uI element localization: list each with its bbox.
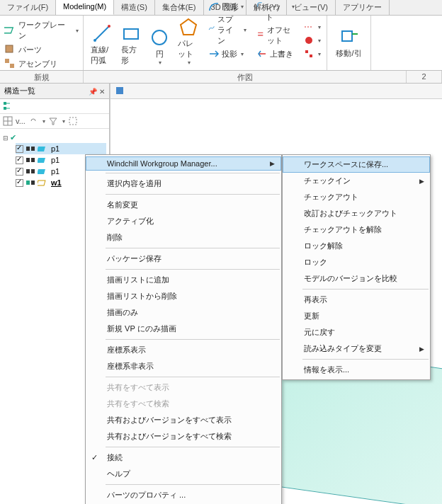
svg-rect-23 <box>38 147 45 151</box>
menu-unlock[interactable]: ロック解除 <box>283 238 430 254</box>
menu-revert[interactable]: 元に戻す <box>283 324 430 340</box>
rectangle-button[interactable]: 長方形 <box>118 22 144 67</box>
parts-icon <box>4 44 16 55</box>
fillet-button[interactable]: フィレット▾ <box>255 0 296 23</box>
menu-new-vp[interactable]: 新規 VP にのみ描画 <box>86 321 281 337</box>
svg-rect-26 <box>38 158 45 163</box>
spline-button[interactable]: スプライン▾ <box>207 13 248 47</box>
workplane-button[interactable]: ワークプレーン▾ <box>4 18 79 42</box>
tree-view-icon[interactable] <box>3 101 13 111</box>
menu-show-info[interactable]: 情報を表示... <box>283 362 430 378</box>
context-submenu: ワークスペースに保存... チェックイン▶ チェックアウト 改訂およびチェックア… <box>282 154 431 380</box>
menu-separator <box>302 289 429 290</box>
tree-item[interactable]: p1 <box>16 143 106 154</box>
close-icon[interactable]: ✕ <box>99 88 105 96</box>
panel-title-bar: 構造一覧 📌 ✕ <box>0 84 109 99</box>
menu-separator <box>106 173 280 173</box>
menu-part-props[interactable]: パーツのプロパティ ... <box>86 487 281 503</box>
color-button[interactable]: ▾ <box>302 34 322 47</box>
select-icon[interactable] <box>68 116 78 126</box>
menu-rev-checkout[interactable]: 改訂およびチェックアウト <box>283 205 430 222</box>
pin-icon[interactable]: 📌 <box>89 88 97 96</box>
offset-button[interactable]: オフセット <box>255 24 296 47</box>
menu-refresh[interactable]: 更新 <box>283 308 430 324</box>
assembly-label: アセンブリ <box>18 59 57 69</box>
menu-change-load[interactable]: 読み込みタイプを変更▶ <box>283 340 430 357</box>
menu-show-cs[interactable]: 座標系表示 <box>86 342 281 358</box>
arc-icon <box>208 1 220 12</box>
assembly-button[interactable]: アセンブリ <box>4 57 79 71</box>
menu-help[interactable]: ヘルプ <box>86 466 281 482</box>
fillet-icon <box>256 1 263 13</box>
menu-add-draw[interactable]: 描画リストに追加 <box>86 272 281 288</box>
tab-app[interactable]: アプリケー <box>336 0 390 15</box>
view-dd[interactable]: v... <box>16 117 26 125</box>
menu-connect[interactable]: ✓接続 <box>86 449 281 466</box>
menu-package-save[interactable]: パッケージ保存 <box>86 251 281 267</box>
tab-assembly[interactable]: 集合体(E) <box>155 0 204 15</box>
overwrite-button[interactable]: 上書き <box>255 47 296 60</box>
grid-icon[interactable] <box>3 116 13 126</box>
part-icon <box>38 166 47 176</box>
checkbox[interactable] <box>16 145 23 153</box>
filter-icon[interactable] <box>48 116 58 126</box>
assembly-icon <box>4 58 16 69</box>
collapse-icon[interactable]: ⊟ <box>3 134 8 142</box>
checkbox[interactable] <box>16 168 23 176</box>
svg-rect-0 <box>4 28 13 33</box>
tab-file[interactable]: ファイル(F) <box>0 0 56 15</box>
move-button[interactable]: 移動/引 <box>333 25 364 60</box>
tab-structure[interactable]: 構造(S) <box>114 0 155 15</box>
menu-apply-selection[interactable]: 選択内容を適用 <box>86 176 281 192</box>
menu-undo-checkout[interactable]: チェックアウトを解除 <box>283 222 430 238</box>
svg-rect-27 <box>26 169 30 173</box>
part-icon <box>38 144 47 154</box>
project-icon <box>208 48 220 59</box>
svg-rect-20 <box>69 118 76 125</box>
svg-rect-14 <box>4 102 6 105</box>
menu-separator <box>106 447 280 447</box>
chevron-down-icon: ▾ <box>76 28 79 34</box>
menu-draw-only[interactable]: 描画のみ <box>86 304 281 321</box>
checkbox[interactable] <box>16 179 23 187</box>
canvas-icon[interactable] <box>115 86 125 96</box>
tab-modeling[interactable]: Modeling(M) <box>56 0 114 15</box>
menu-rename[interactable]: 名前変更 <box>86 197 281 213</box>
link-icon[interactable] <box>28 116 38 126</box>
menu-separator <box>302 359 429 360</box>
menu-checkin[interactable]: チェックイン▶ <box>283 173 430 189</box>
pattern-button[interactable]: ▾ <box>302 47 322 60</box>
line-circle-button[interactable]: 直線/円弧 <box>88 22 115 67</box>
circle-icon <box>149 28 169 47</box>
menu-show-all-ver[interactable]: 共有およびバージョンをすべて表示 <box>86 412 281 428</box>
rectangle-icon <box>121 23 141 43</box>
menu-compare-ver[interactable]: モデルのバージョンを比較 <box>283 270 430 287</box>
svg-rect-29 <box>38 169 45 174</box>
menu-lock[interactable]: ロック <box>283 254 430 270</box>
parts-button[interactable]: パーツ <box>4 42 79 57</box>
line-style-button[interactable]: ▾ <box>302 21 322 33</box>
menu-del-draw[interactable]: 描画リストから削除 <box>86 288 281 304</box>
spline-icon <box>208 25 215 36</box>
dash-icon <box>303 21 314 33</box>
checkbox[interactable] <box>16 156 23 164</box>
svg-rect-28 <box>31 169 35 173</box>
palette-button[interactable]: パレット▾ <box>175 16 201 67</box>
menu-wwm[interactable]: Windchill Workgroup Manager...▶ <box>86 156 281 171</box>
project-button[interactable]: 投影▾ <box>207 47 248 60</box>
menu-hide-cs[interactable]: 座標系非表示 <box>86 358 281 374</box>
menu-find-all-ver[interactable]: 共有およびバージョンをすべて検索 <box>86 428 281 445</box>
pattern-icon <box>303 48 314 59</box>
circle-button[interactable]: 円▾ <box>147 26 172 67</box>
arc-button[interactable]: 円弧▾ <box>207 0 248 13</box>
menu-redisplay[interactable]: 再表示 <box>283 292 430 308</box>
menu-checkout[interactable]: チェックアウト <box>283 189 430 205</box>
menu-delete[interactable]: 削除 <box>86 229 281 246</box>
tree-root[interactable]: ⊟ ✔ <box>3 133 106 143</box>
menu-save-workspace[interactable]: ワークスペースに保存... <box>283 156 430 173</box>
menu-separator <box>106 248 280 248</box>
menu-activate[interactable]: アクティブ化 <box>86 213 281 229</box>
menu-show-all-share: 共有をすべて表示 <box>86 379 281 396</box>
tree-item-label: p1 <box>50 144 61 153</box>
svg-point-7 <box>152 30 166 45</box>
